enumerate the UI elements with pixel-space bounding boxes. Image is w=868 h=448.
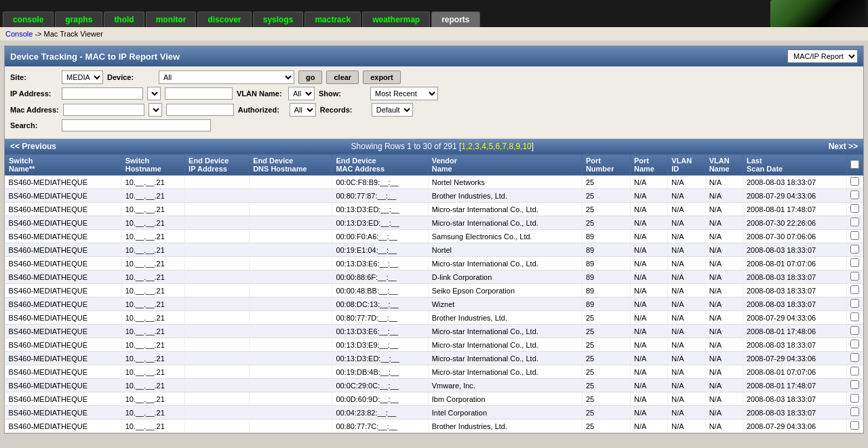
- nav-tab-discover[interactable]: discover: [197, 12, 251, 27]
- prev-button[interactable]: << Previous: [10, 142, 56, 151]
- nav-tab-syslogs[interactable]: syslogs: [253, 12, 304, 27]
- report-type-select[interactable]: MAC/IP Report: [787, 49, 858, 63]
- search-input[interactable]: [62, 119, 211, 131]
- table-cell: 89: [582, 230, 630, 243]
- vlan-name-select[interactable]: All: [288, 87, 315, 100]
- nav-tab-reports[interactable]: reports: [431, 12, 479, 27]
- table-cell: BS460-MEDIATHEQUE: [5, 284, 122, 298]
- table-cell: [185, 243, 250, 257]
- table-cell: [185, 365, 250, 379]
- row-checkbox[interactable]: [850, 177, 859, 186]
- table-cell: 10.__.__.21: [121, 270, 184, 284]
- table-cell: N/A: [668, 189, 705, 203]
- row-checkbox[interactable]: [850, 367, 859, 375]
- nav-tab-console[interactable]: console: [3, 12, 54, 27]
- row-checkbox[interactable]: [850, 407, 859, 416]
- nav-tab-monitor[interactable]: monitor: [146, 12, 197, 27]
- th-checkbox[interactable]: [847, 155, 863, 176]
- mac-select[interactable]: [149, 103, 162, 117]
- report-selector[interactable]: MAC/IP Report: [787, 49, 858, 63]
- table-cell: [847, 216, 863, 230]
- table-cell: N/A: [705, 379, 743, 392]
- clear-button[interactable]: clear: [326, 70, 359, 84]
- records-select[interactable]: Default: [372, 103, 413, 117]
- table-cell: 00:19:DB:4B:__:__: [332, 365, 428, 379]
- table-cell: N/A: [630, 243, 667, 257]
- table-cell: N/A: [705, 406, 743, 420]
- table-cell: 10.__.__.21: [121, 352, 184, 365]
- table-cell: 10.__.__.21: [121, 379, 184, 392]
- site-label: Site:: [10, 73, 58, 81]
- row-checkbox[interactable]: [850, 394, 859, 403]
- nav-tab-mactrack[interactable]: mactrack: [304, 12, 361, 27]
- export-button[interactable]: export: [363, 70, 401, 84]
- th-port-name[interactable]: PortName: [630, 155, 667, 176]
- row-checkbox[interactable]: [850, 190, 859, 199]
- ip-input[interactable]: [62, 87, 143, 100]
- table-cell: N/A: [668, 243, 705, 257]
- main-content: Device Tracking - MAC to IP Report View …: [0, 41, 868, 438]
- device-select[interactable]: All: [159, 70, 294, 84]
- select-all-checkbox[interactable]: [850, 160, 859, 169]
- row-checkbox[interactable]: [850, 312, 859, 321]
- th-port-number[interactable]: PortNumber: [582, 155, 630, 176]
- row-checkbox[interactable]: [850, 299, 859, 308]
- mac-input[interactable]: [63, 104, 144, 116]
- row-checkbox[interactable]: [850, 218, 859, 226]
- nav-tab-weathermap[interactable]: weathermap: [362, 12, 430, 27]
- th-vlan-name[interactable]: VLANName: [705, 155, 743, 176]
- filter-row-3: Mac Address: Authorized: All Records: De…: [10, 103, 858, 117]
- table-cell: N/A: [668, 392, 705, 406]
- nav-tab-graphs[interactable]: graphs: [55, 12, 102, 27]
- table-cell: N/A: [705, 311, 743, 325]
- next-button[interactable]: Next >>: [829, 142, 858, 151]
- row-checkbox[interactable]: [850, 204, 859, 213]
- th-vendor-name[interactable]: VendorName: [428, 155, 582, 176]
- row-checkbox[interactable]: [850, 380, 859, 389]
- table-cell: N/A: [705, 203, 743, 216]
- row-checkbox[interactable]: [850, 353, 859, 362]
- row-checkbox[interactable]: [850, 285, 859, 294]
- table-cell: [847, 284, 863, 298]
- th-end-device-mac[interactable]: End DeviceMAC Address: [332, 155, 428, 176]
- table-cell: [847, 352, 863, 365]
- th-switch-hostname[interactable]: SwitchHostname: [121, 155, 184, 176]
- nav-tab-thold[interactable]: thold: [104, 12, 144, 27]
- show-select[interactable]: Most Recent: [370, 87, 438, 100]
- authorized-select[interactable]: All: [290, 103, 316, 117]
- th-end-device-dns[interactable]: End DeviceDNS Hostname: [250, 155, 332, 176]
- ip-input2[interactable]: [165, 87, 233, 100]
- table-cell: 2008-07-29 04:33:06: [743, 311, 847, 325]
- ip-select[interactable]: [147, 87, 161, 100]
- row-checkbox[interactable]: [850, 231, 859, 240]
- go-button[interactable]: go: [298, 70, 322, 84]
- top-nav: console graphs thold monitor discover sy…: [0, 0, 868, 27]
- table-cell: [250, 352, 332, 365]
- table-cell: 25: [582, 203, 630, 216]
- ip-label: IP Address:: [10, 89, 58, 98]
- table-cell: 10.__.__.21: [121, 203, 184, 216]
- row-checkbox[interactable]: [850, 340, 859, 348]
- table-cell: N/A: [630, 325, 667, 338]
- th-end-device-ip[interactable]: End DeviceIP Address: [185, 155, 250, 176]
- table-cell: [185, 216, 250, 230]
- th-last-scan[interactable]: LastScan Date: [743, 155, 847, 176]
- row-checkbox[interactable]: [850, 258, 859, 267]
- table-cell: N/A: [705, 325, 743, 338]
- site-select[interactable]: MEDIA: [62, 70, 103, 84]
- row-checkbox[interactable]: [850, 272, 859, 281]
- row-checkbox[interactable]: [850, 326, 859, 335]
- table-cell: 2008-08-01 17:48:07: [743, 379, 847, 392]
- table-cell: N/A: [705, 243, 743, 257]
- th-switch-name[interactable]: SwitchName**: [5, 155, 122, 176]
- row-checkbox[interactable]: [850, 421, 859, 430]
- table-cell: 2008-08-03 18:33:07: [743, 406, 847, 420]
- mac-input2[interactable]: [166, 104, 234, 116]
- table-cell: 2008-08-01 07:07:06: [743, 257, 847, 270]
- breadcrumb-home[interactable]: Console: [5, 30, 33, 38]
- table-cell: BS460-MEDIATHEQUE: [5, 176, 122, 189]
- row-checkbox[interactable]: [850, 245, 859, 253]
- th-vlan-id[interactable]: VLANID: [668, 155, 705, 176]
- pagination-pages[interactable]: 1,2,3,4,5,6,7,8,9,10: [461, 142, 531, 151]
- table-row: BS460-MEDIATHEQUE10.__.__.2100:04:23:82:…: [5, 406, 863, 420]
